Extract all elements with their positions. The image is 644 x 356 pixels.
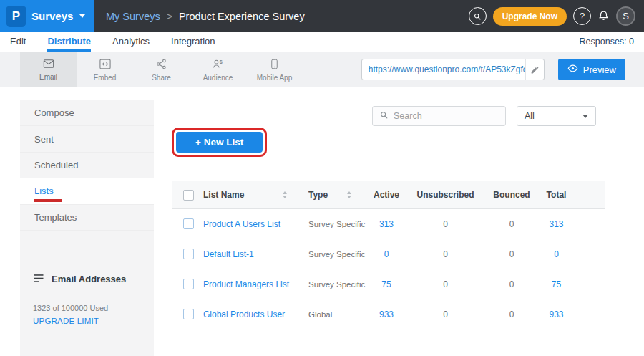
breadcrumb-my-surveys[interactable]: My Surveys xyxy=(106,11,160,22)
header-unsubscribed: Unsubscribed xyxy=(404,190,487,200)
embed-icon xyxy=(99,58,112,72)
product-switcher[interactable]: P Surveys xyxy=(0,0,94,32)
sidebar-item-label: Lists xyxy=(34,186,54,196)
list-name-link[interactable]: Global Products User xyxy=(200,309,304,319)
content-area: Compose Sent Scheduled Lists Templates xyxy=(0,87,644,356)
channel-label: Share xyxy=(152,74,171,82)
email-addresses-title: Email Addresses xyxy=(52,274,126,284)
tab-analytics[interactable]: Analytics xyxy=(112,32,150,52)
channel-label: Email xyxy=(39,73,57,81)
channel-email[interactable]: Email xyxy=(20,52,77,87)
filter-selected-value: All xyxy=(525,111,535,121)
new-list-button[interactable]: + New List xyxy=(176,132,263,153)
unsubscribed-count: 0 xyxy=(404,279,487,289)
chevron-down-icon xyxy=(79,14,85,18)
user-avatar[interactable]: S xyxy=(616,6,635,26)
total-count[interactable]: 313 xyxy=(537,219,576,229)
search-input[interactable] xyxy=(394,111,499,121)
email-icon xyxy=(42,58,56,71)
row-checkbox[interactable] xyxy=(183,249,194,259)
tab-edit[interactable]: Edit xyxy=(10,32,26,52)
list-search-box[interactable] xyxy=(372,106,506,126)
sidebar-item-templates[interactable]: Templates xyxy=(20,205,154,231)
table-row: Global Products User Global 933 0 0 933 xyxy=(172,299,605,329)
row-checkbox[interactable] xyxy=(183,309,194,319)
list-filter-dropdown[interactable]: All xyxy=(517,106,596,126)
preview-label: Preview xyxy=(583,64,616,75)
list-name-link[interactable]: Product A Users List xyxy=(200,219,304,229)
edit-url-pencil-icon[interactable] xyxy=(525,59,544,80)
logo-letter: P xyxy=(12,9,20,24)
bounced-count: 0 xyxy=(487,309,537,319)
header-list-name: List Name xyxy=(203,190,244,200)
sidebar-item-scheduled[interactable]: Scheduled xyxy=(20,153,154,178)
list-type: Survey Specific xyxy=(304,250,369,259)
lists-table: List Name Type Active Unsubscribed Bounc… xyxy=(172,181,605,329)
channel-share[interactable]: Share xyxy=(133,52,190,87)
bounced-count: 0 xyxy=(487,279,537,289)
sidebar-item-label: Sent xyxy=(34,134,54,145)
total-count[interactable]: 75 xyxy=(537,279,576,289)
sidebar-item-compose[interactable]: Compose xyxy=(20,100,154,126)
channel-embed[interactable]: Embed xyxy=(77,52,133,87)
upgrade-now-button[interactable]: Upgrade Now xyxy=(493,7,567,26)
notifications-bell-icon[interactable] xyxy=(597,10,610,22)
list-name-link[interactable]: Default List-1 xyxy=(200,249,304,259)
responses-count: Responses: 0 xyxy=(580,32,634,52)
search-icon[interactable] xyxy=(469,7,487,25)
channel-label: Embed xyxy=(94,74,117,82)
table-row: Default List-1 Survey Specific 0 0 0 0 xyxy=(172,239,605,269)
channel-list: Email Embed Share $ Audience xyxy=(0,52,303,87)
active-count[interactable]: 75 xyxy=(369,279,404,289)
filter-row: All xyxy=(154,106,626,126)
channel-audience[interactable]: $ Audience xyxy=(190,52,246,87)
table-header-row: List Name Type Active Unsubscribed Bounc… xyxy=(172,181,605,209)
active-count[interactable]: 313 xyxy=(369,219,404,229)
list-type: Survey Specific xyxy=(304,280,369,289)
email-addresses-header: Email Addresses xyxy=(20,264,154,294)
total-count[interactable]: 933 xyxy=(537,309,576,319)
red-annotation-box: + New List xyxy=(172,128,267,157)
breadcrumb-current-survey: Product Experience Survey xyxy=(179,11,305,22)
unsubscribed-count: 0 xyxy=(404,309,487,319)
channel-mobile-app[interactable]: Mobile App xyxy=(246,52,303,87)
breadcrumb: My Surveys > Product Experience Survey xyxy=(106,11,305,22)
select-all-checkbox[interactable] xyxy=(183,190,194,201)
upgrade-limit-link[interactable]: UPGRADE LIMIT xyxy=(20,314,154,327)
unsubscribed-count: 0 xyxy=(404,249,487,259)
list-type: Global xyxy=(304,310,369,319)
survey-url: https://www.questionpro.com/t/AP53kZgfo xyxy=(362,64,525,74)
header-total: Total xyxy=(537,190,576,200)
red-annotation-underline xyxy=(34,199,62,202)
bounced-count: 0 xyxy=(487,219,537,229)
tab-integration[interactable]: Integration xyxy=(171,32,215,52)
sort-icon[interactable] xyxy=(283,191,287,198)
active-count[interactable]: 0 xyxy=(369,249,404,259)
help-icon[interactable]: ? xyxy=(573,7,591,25)
list-name-link[interactable]: Product Managers List xyxy=(200,279,304,289)
topbar-actions: Upgrade Now ? S xyxy=(469,6,644,26)
active-count[interactable]: 933 xyxy=(369,309,404,319)
preview-button[interactable]: Preview xyxy=(558,59,625,80)
survey-url-field[interactable]: https://www.questionpro.com/t/AP53kZgfo xyxy=(361,59,545,80)
eye-icon xyxy=(567,63,578,76)
email-usage-count: 1323 of 100000 Used xyxy=(20,294,154,314)
sidebar-item-sent[interactable]: Sent xyxy=(20,126,154,152)
email-addresses-section: Email Addresses 1323 of 100000 Used UPGR… xyxy=(20,264,154,327)
breadcrumb-separator: > xyxy=(167,11,172,22)
total-count[interactable]: 0 xyxy=(537,249,576,259)
product-name: Surveys xyxy=(31,10,73,22)
list-lines-icon xyxy=(33,274,44,285)
tab-distribute[interactable]: Distribute xyxy=(47,32,91,52)
share-icon xyxy=(155,58,167,72)
row-checkbox[interactable] xyxy=(183,279,194,289)
lists-panel: All + New List List Name Type xyxy=(154,100,626,329)
table-row: Product A Users List Survey Specific 313… xyxy=(172,209,605,239)
unsubscribed-count: 0 xyxy=(404,219,487,229)
sort-icon[interactable] xyxy=(347,191,351,198)
sidebar-item-lists[interactable]: Lists xyxy=(20,178,154,204)
header-active: Active xyxy=(369,190,404,200)
channel-label: Audience xyxy=(203,74,233,82)
header-bounced: Bounced xyxy=(487,190,537,200)
row-checkbox[interactable] xyxy=(183,218,194,229)
